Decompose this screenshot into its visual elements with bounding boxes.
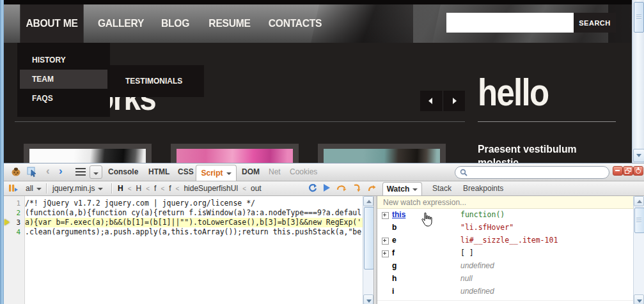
watch-panel: New watch expression... this function() … (377, 196, 644, 304)
nav-item-gallery[interactable]: GALLERY (97, 4, 145, 43)
menu-item-faqs[interactable]: FAQS (17, 89, 110, 108)
line-number[interactable]: 4 (5, 227, 20, 237)
expand-plus-icon[interactable] (382, 238, 389, 245)
nav-item-about-me[interactable]: ABOUT ME (20, 4, 83, 43)
firebug-minimize-button[interactable] (613, 166, 623, 176)
nav-item-resume[interactable]: RESUME (206, 4, 253, 43)
expand-plus-icon[interactable] (382, 212, 389, 219)
browser-scrollbar[interactable] (632, 0, 644, 163)
thumbnail-photo-pink (177, 149, 293, 163)
rerun-icon[interactable] (308, 183, 317, 194)
scroll-down-button[interactable] (363, 294, 373, 304)
watch-row-e[interactable]: e li#__sizzle__.item-101 (377, 234, 644, 247)
arrow-down-icon (636, 154, 641, 157)
site-search-button[interactable]: SEARCH (574, 13, 616, 33)
work-thumbnail[interactable] (318, 144, 446, 163)
firebug-logo-icon[interactable] (10, 167, 22, 179)
chevron-down-icon (226, 172, 232, 175)
watch-row-i[interactable]: i undefined (377, 285, 644, 298)
website-viewport: ABOUT ME GALLERY BLOG RESUME CONTACTS SE… (0, 0, 644, 163)
continue-icon[interactable] (323, 183, 331, 194)
watch-row-h[interactable]: h null (377, 273, 644, 285)
carousel-prev-button[interactable] (420, 91, 443, 111)
nav-item-blog[interactable]: BLOG (157, 4, 192, 43)
thumbnail-photo-teal (324, 149, 440, 163)
breadcrumb-item[interactable]: H (136, 184, 142, 193)
left-divider (15, 121, 465, 122)
scroll-grip-icon (636, 220, 641, 220)
site-search-input[interactable] (446, 13, 574, 33)
scroll-grip-icon (636, 218, 641, 218)
side-tab-breakpoints[interactable]: Breakpoints (463, 181, 503, 195)
watch-row-b[interactable]: b "li.sfHover" (377, 222, 644, 234)
watch-scrollbar[interactable] (633, 196, 644, 304)
carousel-next-button[interactable] (443, 91, 466, 111)
arrow-left-icon (428, 98, 432, 104)
tab-net[interactable]: Net (269, 163, 281, 181)
breadcrumb-item[interactable]: hideSuperfishUl (184, 184, 238, 193)
panel-list-icon[interactable] (75, 168, 86, 178)
tab-dom[interactable]: DOM (242, 163, 260, 181)
menu-item-history[interactable]: HISTORY (17, 50, 110, 70)
line-number[interactable]: 2 (5, 208, 20, 218)
browser-left-border (0, 0, 4, 304)
firebug-toolbar: ‹ › Console HTML CSS Script DOM Net Cook… (4, 163, 644, 181)
breadcrumb-item[interactable]: f (169, 184, 171, 193)
step-into-icon[interactable] (352, 183, 361, 194)
firebug-search-box[interactable] (455, 166, 609, 179)
breadcrumb-item[interactable]: H (118, 184, 123, 193)
breadcrumb-item[interactable]: f (154, 184, 156, 193)
firebug-close-button[interactable] (633, 166, 643, 176)
step-out-icon[interactable] (367, 183, 376, 194)
menu-item-team[interactable]: TEAM (20, 70, 107, 89)
tab-script-active[interactable]: Script (196, 165, 237, 181)
tab-css[interactable]: CSS (178, 163, 194, 181)
work-thumbnail[interactable] (171, 144, 299, 163)
execution-pointer-icon (4, 219, 10, 225)
arrow-down-icon (637, 300, 642, 303)
firebug-detach-button[interactable] (623, 166, 633, 176)
work-thumbnail[interactable] (24, 144, 152, 163)
history-back-icon[interactable]: ‹ (46, 165, 50, 177)
watch-row-g[interactable]: g undefined (377, 260, 644, 273)
line-number[interactable]: 1 (5, 199, 20, 208)
chevron-down-icon (93, 172, 98, 175)
arrow-right-icon (453, 98, 457, 104)
script-file-dropdown[interactable]: jquery.min.js (52, 181, 103, 195)
right-divider (478, 121, 616, 122)
expand-plus-icon[interactable] (382, 250, 389, 257)
step-over-icon[interactable] (336, 183, 347, 194)
watch-row-partial[interactable] (377, 300, 644, 304)
inspect-element-icon[interactable] (27, 167, 38, 179)
script-scrollbar-thumb[interactable] (364, 207, 373, 270)
tab-cookies[interactable]: Cookies (290, 163, 317, 181)
scroll-down-button[interactable] (634, 294, 644, 304)
tab-html[interactable]: HTML (148, 163, 169, 181)
side-tab-stack[interactable]: Stack (432, 181, 452, 195)
break-on-next-icon[interactable] (9, 185, 18, 195)
scroll-grip-icon (636, 17, 641, 17)
breadcrumb-item[interactable]: out (251, 184, 262, 193)
scroll-grip-icon (636, 15, 641, 15)
debug-controls (308, 183, 376, 194)
scroll-up-button[interactable] (634, 196, 644, 206)
browser-scrollbar-thumb[interactable] (634, 2, 644, 33)
menu-item-testimonials[interactable]: TESTIMONIALS (110, 77, 182, 86)
toolbar-options-dropdown[interactable] (90, 165, 102, 179)
watch-row-f[interactable]: f [ ] (377, 247, 644, 260)
watch-row-this[interactable]: this function() (377, 209, 644, 222)
script-scrollbar[interactable] (363, 196, 373, 304)
tab-console[interactable]: Console (108, 163, 138, 181)
scroll-grip-icon (636, 222, 641, 222)
new-watch-expression-field[interactable]: New watch expression... (377, 196, 644, 209)
nav-item-contacts[interactable]: CONTACTS (267, 4, 323, 43)
scroll-up-button[interactable] (363, 196, 373, 206)
side-tab-watch-active[interactable]: Watch (382, 182, 422, 195)
history-forward-icon[interactable]: › (59, 165, 63, 177)
browser-scroll-down-button[interactable] (633, 149, 644, 162)
watch-scrollbar-thumb[interactable] (634, 208, 644, 233)
script-type-dropdown[interactable]: all (26, 181, 42, 195)
code-line: .clean(arguments);a.push.apply(a,this.to… (25, 227, 363, 237)
search-icon (460, 169, 467, 178)
screen: ABOUT ME GALLERY BLOG RESUME CONTACTS SE… (0, 0, 644, 304)
